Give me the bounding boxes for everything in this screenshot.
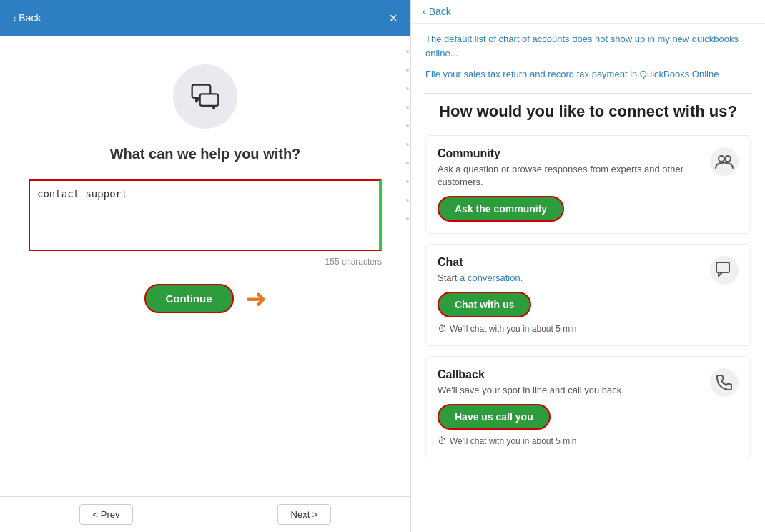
right-panel: ‹ Back The default list of chart of acco… (411, 0, 765, 532)
chat-header: Chat Start a conversation. Chat with us … (438, 256, 739, 334)
article-link-1[interactable]: The default list of chart of accounts do… (425, 32, 751, 60)
scroll-dots (405, 43, 410, 532)
community-card: Community Ask a question or browse respo… (425, 135, 751, 234)
scroll-dot (406, 217, 409, 220)
svg-rect-1 (200, 94, 219, 106)
back-button-left[interactable]: ‹ Back (13, 12, 41, 24)
left-header: ‹ Back × (0, 0, 410, 36)
scroll-dot (406, 143, 409, 146)
left-content: What can we help you with? contact suppo… (0, 36, 410, 496)
chat-with-us-button[interactable]: Chat with us (438, 292, 531, 317)
chat-icon (710, 256, 739, 285)
scroll-dot (406, 50, 409, 53)
callback-desc: We'll save your spot in line and call yo… (438, 384, 703, 397)
scroll-dot (406, 87, 409, 90)
callback-wait-clock-icon: ⏱ (438, 435, 447, 446)
scroll-dot (406, 199, 409, 202)
callback-info: Callback We'll save your spot in line an… (438, 368, 703, 446)
chat-title: Chat (438, 256, 703, 269)
chat-desc: Start a conversation. (438, 272, 703, 285)
back-chevron-right-icon: ‹ (423, 6, 426, 17)
community-info: Community Ask a question or browse respo… (438, 147, 703, 222)
next-button[interactable]: Next > (277, 504, 332, 525)
back-label-left: Back (19, 12, 41, 24)
chat-desc-link: a conversation. (460, 272, 523, 283)
scroll-dot (406, 106, 409, 109)
article-link-2[interactable]: File your sales tax return and record ta… (425, 67, 751, 82)
textarea-wrapper: contact support 155 characters (29, 179, 382, 267)
community-header: Community Ask a question or browse respo… (438, 147, 739, 222)
left-footer: < Prev Next > (0, 496, 410, 532)
scroll-dot (406, 180, 409, 183)
svg-point-3 (725, 156, 731, 162)
left-panel: ‹ Back × What can we help you with? cont… (0, 0, 411, 532)
community-title: Community (438, 147, 703, 160)
right-content: The default list of chart of accounts do… (411, 24, 765, 477)
ask-community-button[interactable]: Ask the community (438, 196, 564, 222)
svg-point-2 (719, 156, 724, 162)
continue-row: Continue ➜ (144, 284, 267, 313)
right-header: ‹ Back (411, 0, 765, 24)
community-icon (710, 147, 739, 176)
back-chevron-icon: ‹ (13, 13, 16, 24)
back-button-right[interactable]: ‹ Back (423, 6, 754, 17)
svg-rect-4 (716, 262, 729, 272)
chat-card: Chat Start a conversation. Chat with us … (425, 244, 751, 346)
close-button[interactable]: × (389, 11, 398, 25)
char-count: 155 characters (29, 257, 382, 267)
divider (425, 93, 751, 94)
callback-title: Callback (438, 368, 703, 381)
prev-button[interactable]: < Prev (79, 504, 134, 525)
scroll-dot (406, 69, 409, 72)
callback-wait-label: We'll chat with you in about 5 min (450, 436, 577, 446)
have-us-call-button[interactable]: Have us call you (438, 404, 551, 430)
chat-wait-time: ⏱ We'll chat with you in about 5 min (438, 323, 703, 334)
callback-icon (710, 368, 739, 397)
callback-wait-time: ⏱ We'll chat with you in about 5 min (438, 435, 703, 446)
connect-title: How would you like to connect with us? (425, 102, 751, 121)
help-title: What can we help you with? (110, 146, 301, 162)
callback-header: Callback We'll save your spot in line an… (438, 368, 739, 446)
arrow-right-icon: ➜ (245, 286, 267, 312)
chat-icon-circle (173, 64, 237, 129)
back-label-right: Back (429, 6, 451, 17)
scroll-dot (406, 124, 409, 127)
continue-button[interactable]: Continue (144, 284, 234, 313)
support-input[interactable]: contact support (29, 179, 382, 251)
callback-card: Callback We'll save your spot in line an… (425, 356, 751, 458)
chat-info: Chat Start a conversation. Chat with us … (438, 256, 703, 334)
chat-bubbles-icon (189, 81, 221, 112)
chat-wait-label: We'll chat with you in about 5 min (450, 324, 577, 334)
scroll-dot (406, 162, 409, 164)
wait-clock-icon: ⏱ (438, 323, 447, 334)
community-desc: Ask a question or browse responses from … (438, 163, 703, 189)
article-links: The default list of chart of accounts do… (425, 32, 751, 82)
